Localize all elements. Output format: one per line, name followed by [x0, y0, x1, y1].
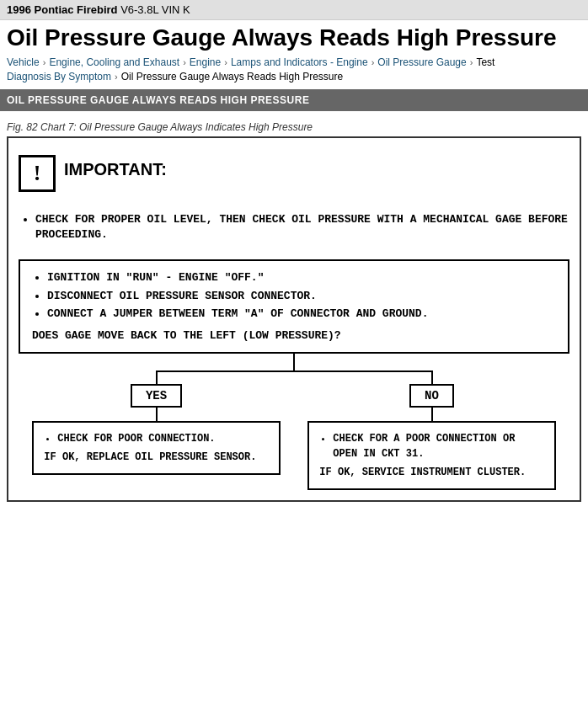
h-line [157, 370, 432, 372]
section-header: OIL PRESSURE GAUGE ALWAYS READS HIGH PRE… [0, 89, 588, 111]
decision-bullet-1: IGNITION IN "RUN" - ENGINE "OFF." [47, 269, 556, 286]
result-yes-bullet: CHECK FOR POOR CONNECTION. [57, 431, 268, 446]
important-label: IMPORTANT: [64, 155, 167, 179]
breadcrumb-lamps[interactable]: Lamps and Indicators - Engine [231, 56, 368, 68]
left-v-connector [156, 370, 158, 384]
sep3: › [224, 57, 227, 67]
important-item: CHECK FOR PROPER OIL LEVEL, THEN CHECK O… [35, 212, 569, 243]
important-box: ! IMPORTANT: [19, 148, 569, 199]
branch-yes-side: YES CHECK FOR POOR CONNECTION. IF OK, RE… [19, 370, 294, 475]
breadcrumb-oil-pressure[interactable]: Oil Pressure Gauge [377, 56, 466, 68]
breadcrumb-line1: Vehicle › Engine, Cooling and Exhaust › … [0, 55, 588, 70]
sep6: › [115, 72, 118, 82]
breadcrumb-diagnosis[interactable]: Diagnosis By Symptom [7, 71, 111, 83]
breadcrumb-engine-cooling[interactable]: Engine, Cooling and Exhaust [49, 56, 179, 68]
important-icon: ! [19, 155, 56, 192]
result-yes-box: CHECK FOR POOR CONNECTION. IF OK, REPLAC… [32, 421, 280, 475]
breadcrumb-vehicle[interactable]: Vehicle [7, 56, 40, 68]
result-no-text: IF OK, SERVICE INSTRUMENT CLUSTER. [319, 465, 543, 480]
flowchart: IGNITION IN "RUN" - ENGINE "OFF." DISCON… [19, 259, 569, 490]
engine-info: V6-3.8L VIN K [120, 3, 190, 16]
make-model: 1996 Pontiac Firebird [7, 3, 118, 16]
breadcrumb-engine[interactable]: Engine [190, 56, 221, 68]
sep5: › [470, 57, 473, 67]
sep1: › [43, 57, 46, 67]
diagram-container: ! IMPORTANT: CHECK FOR PROPER OIL LEVEL,… [7, 136, 581, 502]
right-v-connector [431, 370, 433, 384]
connector-vertical-top [293, 354, 295, 370]
branch-no-side: NO CHECK FOR A POOR CONNECTION OR OPEN I… [294, 370, 569, 490]
right-v-connector2 [431, 408, 433, 421]
left-v-connector2 [156, 408, 158, 421]
breadcrumb-current: Oil Pressure Gauge Always Reads High Pre… [121, 71, 343, 83]
decision-box: IGNITION IN "RUN" - ENGINE "OFF." DISCON… [19, 259, 569, 354]
no-label: NO [409, 384, 454, 408]
branch-row: YES CHECK FOR POOR CONNECTION. IF OK, RE… [19, 370, 569, 490]
decision-bullet-3: CONNECT A JUMPER BETWEEN TERM "A" OF CON… [47, 306, 556, 323]
fig-caption: Fig. 82 Chart 7: Oil Pressure Gauge Alwa… [0, 115, 588, 136]
top-bar: 1996 Pontiac Firebird V6-3.8L VIN K [0, 0, 588, 20]
important-body: CHECK FOR PROPER OIL LEVEL, THEN CHECK O… [19, 212, 569, 259]
page-title: Oil Pressure Gauge Always Reads High Pre… [0, 20, 588, 55]
breadcrumb-line2: Diagnosis By Symptom › Oil Pressure Gaug… [0, 70, 588, 86]
breadcrumb-test: Test [476, 56, 494, 68]
decision-question: DOES GAGE MOVE BACK TO THE LEFT (LOW PRE… [32, 328, 556, 344]
yes-label: YES [131, 384, 182, 408]
result-no-bullet: CHECK FOR A POOR CONNECTION OR OPEN IN C… [333, 431, 543, 461]
decision-bullet-2: DISCONNECT OIL PRESSURE SENSOR CONNECTOR… [47, 288, 556, 305]
result-yes-text: IF OK, REPLACE OIL PRESSURE SENSOR. [44, 450, 268, 465]
sep4: › [372, 57, 375, 67]
result-no-box: CHECK FOR A POOR CONNECTION OR OPEN IN C… [307, 421, 555, 490]
sep2: › [183, 57, 186, 67]
